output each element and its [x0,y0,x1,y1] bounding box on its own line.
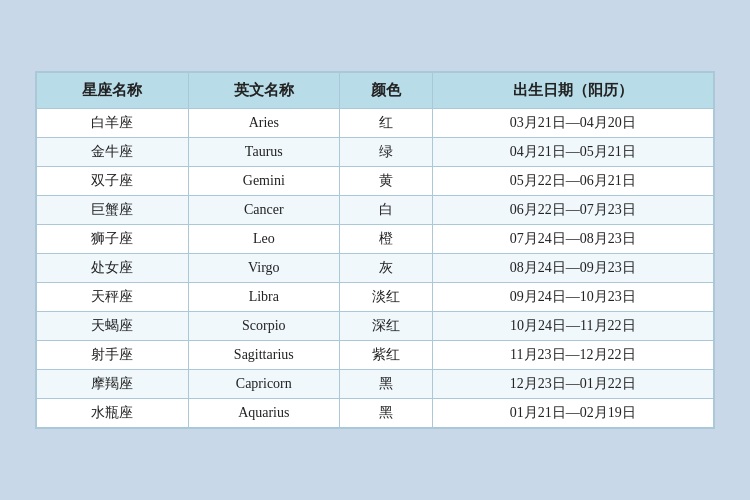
table-cell: Aquarius [188,399,340,428]
zodiac-table-wrapper: 星座名称英文名称颜色出生日期（阳历） 白羊座Aries红03月21日—04月20… [35,71,715,429]
table-cell: 07月24日—08月23日 [432,225,713,254]
table-cell: Leo [188,225,340,254]
table-cell: 射手座 [37,341,189,370]
table-row: 双子座Gemini黄05月22日—06月21日 [37,167,714,196]
table-cell: 03月21日—04月20日 [432,109,713,138]
table-cell: 红 [340,109,432,138]
table-cell: 黄 [340,167,432,196]
table-cell: Gemini [188,167,340,196]
table-cell: 黑 [340,399,432,428]
table-row: 天蝎座Scorpio深红10月24日—11月22日 [37,312,714,341]
table-cell: Aries [188,109,340,138]
table-cell: Libra [188,283,340,312]
table-cell: 01月21日—02月19日 [432,399,713,428]
table-cell: Capricorn [188,370,340,399]
table-cell: 白羊座 [37,109,189,138]
table-cell: 天蝎座 [37,312,189,341]
table-cell: 05月22日—06月21日 [432,167,713,196]
table-cell: 08月24日—09月23日 [432,254,713,283]
table-cell: 深红 [340,312,432,341]
table-cell: Taurus [188,138,340,167]
table-cell: 紫红 [340,341,432,370]
table-row: 处女座Virgo灰08月24日—09月23日 [37,254,714,283]
table-header-cell: 星座名称 [37,73,189,109]
table-row: 巨蟹座Cancer白06月22日—07月23日 [37,196,714,225]
table-row: 狮子座Leo橙07月24日—08月23日 [37,225,714,254]
table-cell: 摩羯座 [37,370,189,399]
table-cell: 淡红 [340,283,432,312]
table-header-cell: 出生日期（阳历） [432,73,713,109]
table-cell: 水瓶座 [37,399,189,428]
table-header-cell: 英文名称 [188,73,340,109]
table-cell: Sagittarius [188,341,340,370]
table-cell: 12月23日—01月22日 [432,370,713,399]
table-cell: 绿 [340,138,432,167]
table-cell: 10月24日—11月22日 [432,312,713,341]
table-cell: 双子座 [37,167,189,196]
table-cell: 黑 [340,370,432,399]
table-cell: 04月21日—05月21日 [432,138,713,167]
table-cell: 天秤座 [37,283,189,312]
table-cell: Scorpio [188,312,340,341]
table-cell: 狮子座 [37,225,189,254]
table-cell: 09月24日—10月23日 [432,283,713,312]
table-cell: Virgo [188,254,340,283]
table-cell: 处女座 [37,254,189,283]
table-cell: 白 [340,196,432,225]
zodiac-table: 星座名称英文名称颜色出生日期（阳历） 白羊座Aries红03月21日—04月20… [36,72,714,428]
table-body: 白羊座Aries红03月21日—04月20日金牛座Taurus绿04月21日—0… [37,109,714,428]
table-row: 金牛座Taurus绿04月21日—05月21日 [37,138,714,167]
table-row: 天秤座Libra淡红09月24日—10月23日 [37,283,714,312]
table-cell: 金牛座 [37,138,189,167]
table-cell: Cancer [188,196,340,225]
table-header-row: 星座名称英文名称颜色出生日期（阳历） [37,73,714,109]
table-cell: 06月22日—07月23日 [432,196,713,225]
table-row: 白羊座Aries红03月21日—04月20日 [37,109,714,138]
table-cell: 灰 [340,254,432,283]
table-row: 射手座Sagittarius紫红11月23日—12月22日 [37,341,714,370]
table-row: 摩羯座Capricorn黑12月23日—01月22日 [37,370,714,399]
table-cell: 巨蟹座 [37,196,189,225]
table-row: 水瓶座Aquarius黑01月21日—02月19日 [37,399,714,428]
table-cell: 橙 [340,225,432,254]
table-cell: 11月23日—12月22日 [432,341,713,370]
table-header-cell: 颜色 [340,73,432,109]
